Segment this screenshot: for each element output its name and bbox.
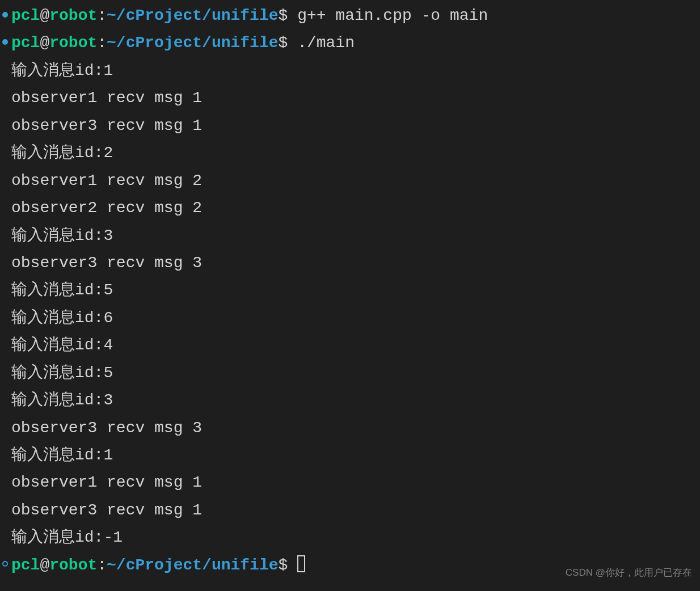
output-line: 输入消息id:3 [0, 222, 700, 250]
output-line: observer3 recv msg 1 [0, 497, 700, 524]
command-text: g++ main.cpp -o main [297, 7, 488, 24]
output-line: observer3 recv msg 3 [0, 250, 700, 277]
bullet-icon [2, 12, 8, 18]
watermark-text: CSDN @你好，此用户已存在 [566, 564, 692, 581]
prompt-host: robot [49, 556, 97, 574]
prompt-line-0: pcl@robot:~/cProject/unifile$ g++ main.c… [0, 2, 700, 29]
output-line: observer1 recv msg 2 [0, 167, 700, 195]
prompt-user: pcl [11, 7, 40, 24]
prompt-user: pcl [11, 34, 40, 52]
prompt-at: @ [40, 556, 49, 574]
prompt-path: ~/cProject/unifile [107, 7, 278, 24]
prompt-colon: : [97, 34, 107, 52]
prompt-dollar: $ [279, 7, 298, 24]
prompt-user: pcl [11, 556, 40, 574]
output-line: observer1 recv msg 1 [0, 469, 700, 496]
prompt-dollar: $ [279, 34, 298, 52]
cursor-icon [297, 555, 305, 572]
output-line: observer2 recv msg 2 [0, 195, 700, 222]
prompt-line-1: pcl@robot:~/cProject/unifile$ ./main [0, 29, 700, 57]
output-line: 输入消息id:4 [0, 332, 700, 359]
output-line: 输入消息id:5 [0, 277, 700, 304]
prompt-at: @ [40, 34, 49, 52]
output-line: 输入消息id:-1 [0, 524, 700, 551]
output-line: observer1 recv msg 1 [0, 85, 700, 112]
output-line: 输入消息id:3 [0, 387, 700, 414]
prompt-path: ~/cProject/unifile [107, 556, 278, 574]
prompt-colon: : [97, 556, 107, 574]
command-text: ./main [297, 34, 355, 52]
output-line: 输入消息id:1 [0, 442, 700, 469]
prompt-host: robot [49, 34, 97, 52]
output-line: 输入消息id:2 [0, 140, 700, 167]
prompt-dollar: $ [279, 556, 298, 574]
output-line: 输入消息id:6 [0, 305, 700, 332]
output-line: observer3 recv msg 1 [0, 112, 700, 140]
prompt-host: robot [49, 7, 97, 24]
prompt-colon: : [97, 7, 107, 24]
bullet-icon [2, 39, 8, 45]
output-line: 输入消息id:5 [0, 360, 700, 387]
output-line: observer3 recv msg 3 [0, 415, 700, 442]
bullet-hollow-icon [2, 561, 8, 567]
output-line: 输入消息id:1 [0, 57, 700, 85]
prompt-at: @ [40, 7, 49, 24]
prompt-path: ~/cProject/unifile [107, 34, 278, 52]
